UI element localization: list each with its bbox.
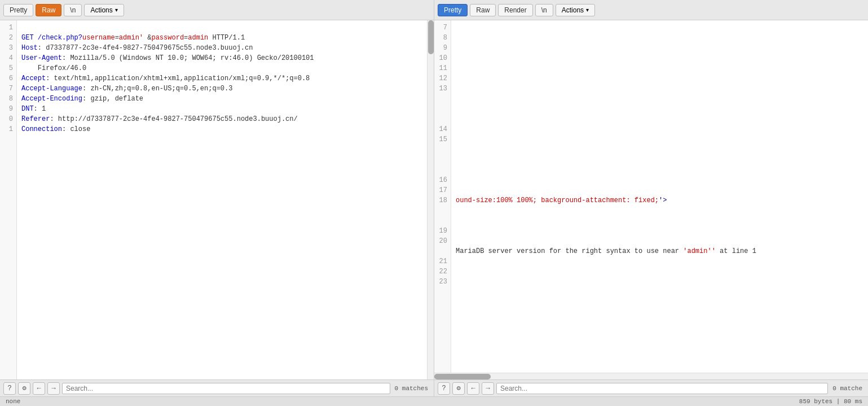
- right-tab-newline[interactable]: \n: [535, 4, 553, 16]
- left-tab-raw[interactable]: Raw: [36, 4, 61, 16]
- right-line20: MariaDB server version for the right syn…: [456, 247, 756, 255]
- left-scrollbar[interactable]: [427, 20, 434, 379]
- main-container: Pretty Raw \n Actions ▾ 1 2 3 4 5 6 7 8 …: [0, 0, 868, 396]
- right-code-content[interactable]: ound-size:100% 100%; background-attachme…: [451, 20, 868, 373]
- left-match-count: 0 matches: [393, 385, 430, 392]
- right-line17: ound-size:100% 100%; background-attachme…: [456, 197, 667, 204]
- line8: Referer: http://d7337877-2c3e-4fe4-9827-…: [21, 115, 298, 123]
- left-bottom-bar: ? ⚙ ← → 0 matches: [0, 379, 434, 396]
- left-prev-button[interactable]: ←: [33, 382, 45, 395]
- left-line-numbers: 1 2 3 4 5 6 7 8 9 0 1: [0, 20, 17, 379]
- left-gear-button[interactable]: ⚙: [18, 382, 30, 395]
- right-line-numbers: 7 8 9 10 11 12 13 14 15 16 17 18: [434, 20, 451, 373]
- right-actions-button[interactable]: Actions ▾: [556, 4, 595, 16]
- left-next-button[interactable]: →: [47, 382, 60, 395]
- right-pane: Pretty Raw Render \n Actions ▾ 7 8 9 10 …: [434, 0, 868, 396]
- right-prev-button[interactable]: ←: [467, 382, 479, 395]
- right-tab-render[interactable]: Render: [498, 4, 532, 16]
- right-gear-button[interactable]: ⚙: [452, 382, 465, 395]
- right-tab-raw[interactable]: Raw: [470, 4, 496, 16]
- line7: DNT: 1: [21, 105, 46, 113]
- left-search-input[interactable]: [62, 383, 390, 394]
- right-search-input[interactable]: [496, 383, 828, 394]
- right-toolbar: Pretty Raw Render \n Actions ▾: [434, 0, 868, 20]
- line3b: Firefox/46.0: [21, 64, 86, 72]
- line6: Accept-Encoding: gzip, deflate: [21, 95, 143, 103]
- right-horizontal-scrollbar-thumb[interactable]: [434, 374, 491, 379]
- left-tab-newline[interactable]: \n: [64, 4, 82, 16]
- right-actions-chevron-icon: ▾: [586, 7, 589, 13]
- left-tab-pretty[interactable]: Pretty: [3, 4, 33, 16]
- line2: Host: d7337877-2c3e-4fe4-9827-750479675c…: [21, 44, 253, 52]
- left-help-button[interactable]: ?: [3, 382, 16, 395]
- left-content-area: 1 2 3 4 5 6 7 8 9 0 1 GET /check.php?use…: [0, 20, 434, 379]
- right-bottom-bar: ? ⚙ ← → 0 matche: [434, 379, 868, 396]
- line9: Connection: close: [21, 125, 90, 133]
- right-content-area: 7 8 9 10 11 12 13 14 15 16 17 18: [434, 20, 868, 373]
- left-toolbar: Pretty Raw \n Actions ▾: [0, 0, 434, 20]
- right-tab-pretty[interactable]: Pretty: [438, 4, 468, 16]
- left-actions-chevron-icon: ▾: [115, 7, 118, 13]
- line3: User-Agent: Mozilla/5.0 (Windows NT 10.0…: [21, 54, 314, 62]
- line4: Accept: text/html,application/xhtml+xml,…: [21, 75, 310, 82]
- status-bar: none 859 bytes | 80 ms: [0, 396, 868, 406]
- right-match-count: 0 matche: [830, 385, 865, 392]
- left-scrollbar-thumb[interactable]: [428, 20, 434, 54]
- right-next-button[interactable]: →: [482, 382, 494, 395]
- left-code-content[interactable]: GET /check.php?username=admin' &password…: [17, 20, 427, 379]
- right-help-button[interactable]: ?: [438, 382, 450, 395]
- status-left: none: [6, 398, 20, 405]
- status-right: 859 bytes | 80 ms: [799, 398, 862, 405]
- line5: Accept-Language: zh-CN,zh;q=0.8,en-US;q=…: [21, 85, 232, 93]
- line1: GET /check.php?username=admin' &password…: [21, 34, 245, 42]
- left-pane: Pretty Raw \n Actions ▾ 1 2 3 4 5 6 7 8 …: [0, 0, 434, 396]
- left-actions-button[interactable]: Actions ▾: [84, 4, 124, 16]
- right-horizontal-scrollbar[interactable]: [434, 373, 868, 379]
